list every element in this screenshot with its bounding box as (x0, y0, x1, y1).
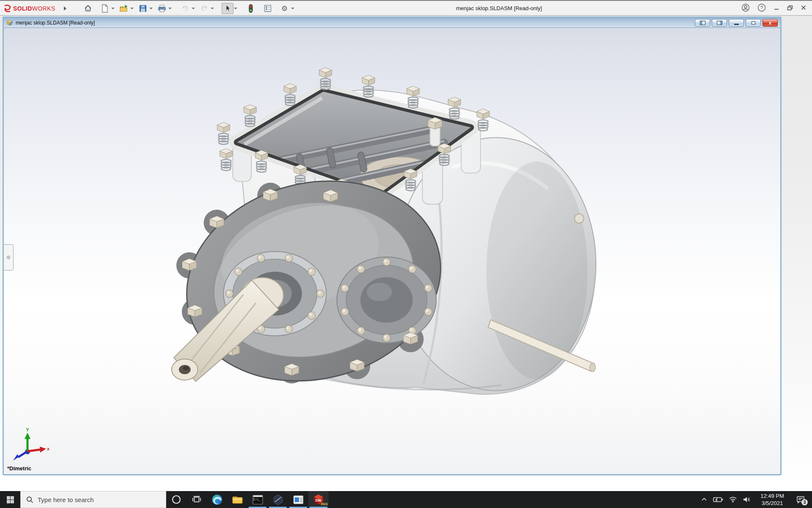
minimize-icon (773, 4, 780, 11)
doc-close-icon: x (769, 20, 771, 25)
cortana-button[interactable] (166, 491, 187, 508)
redo-caret[interactable] (211, 8, 214, 9)
open-caret[interactable] (130, 8, 134, 9)
new-document-button[interactable] (99, 3, 111, 14)
taskbar-command-prompt-button[interactable]: C:\_ (247, 491, 268, 508)
clock-time: 12:49 PM (757, 492, 788, 500)
pane-left-icon (700, 21, 705, 25)
new-document-caret[interactable] (111, 8, 115, 9)
tray-battery-button[interactable] (713, 496, 723, 503)
doc-pane-left-button[interactable] (695, 19, 710, 27)
account-button[interactable] (741, 3, 750, 14)
tray-wifi-button[interactable] (729, 496, 737, 503)
mdi-background: menjac sklop.SLDASM [Read-only] (0, 16, 812, 491)
assembly-icon (6, 19, 13, 26)
hexagon-app-icon (272, 494, 284, 505)
home-icon (84, 4, 92, 13)
open-icon (119, 4, 129, 13)
taskbar: Type here to search (0, 491, 812, 508)
feature-pane-handle[interactable] (4, 244, 14, 271)
print-caret[interactable] (168, 8, 172, 9)
help-button[interactable]: ? (757, 3, 766, 14)
properties-button[interactable] (262, 3, 274, 14)
solidworks-logo-icon (3, 4, 12, 13)
side-cover-plate[interactable] (337, 257, 436, 343)
solidworks-logo[interactable]: SOLIDWORKS (3, 4, 55, 13)
undo-caret[interactable] (192, 8, 195, 9)
document-titlebar[interactable]: menjac sklop.SLDASM [Read-only] (4, 18, 780, 28)
print-icon (157, 4, 167, 13)
undo-button[interactable] (179, 3, 191, 14)
top-stub-bolt[interactable] (428, 117, 442, 146)
action-center-button[interactable]: 3 (793, 491, 808, 508)
toolbar-flyout-arrow[interactable] (64, 6, 66, 11)
side-stub-bolt[interactable] (574, 214, 584, 223)
save-caret[interactable] (149, 8, 153, 9)
doc-restore-icon (752, 21, 755, 25)
window-app-icon (293, 494, 304, 505)
brand-bold: SOLID (13, 5, 32, 12)
home-button[interactable] (82, 3, 94, 14)
solidworks-year-badge: 2021 (321, 502, 328, 506)
print-button[interactable] (156, 3, 168, 14)
taskbar-file-explorer-button[interactable] (227, 491, 247, 508)
edge-icon (211, 494, 223, 505)
doc-restore-button[interactable] (746, 19, 761, 27)
performance-monitor-button[interactable] (245, 3, 257, 14)
triad-x-label: x (47, 447, 49, 451)
taskbar-clock[interactable]: 12:49 PM 3/5/2021 (757, 492, 788, 507)
pane-right-icon (717, 21, 722, 25)
task-view-icon (192, 495, 201, 504)
open-button[interactable] (118, 3, 130, 14)
file-explorer-icon (232, 494, 243, 505)
task-view-button[interactable] (187, 491, 207, 508)
options-caret[interactable] (291, 8, 294, 9)
select-tool-caret[interactable] (234, 8, 237, 9)
taskbar-search-box[interactable]: Type here to search (20, 491, 166, 508)
traffic-light-icon (247, 4, 255, 13)
close-icon (800, 4, 807, 11)
cortana-icon (171, 494, 181, 505)
brand-light: WORKS (32, 5, 55, 12)
graphics-viewport[interactable]: Y x *Dimetric (4, 28, 780, 474)
start-button[interactable] (0, 491, 20, 508)
orientation-triad: Y x (10, 428, 50, 463)
doc-pane-right-button[interactable] (712, 19, 727, 27)
tray-chevron-button[interactable] (701, 496, 708, 503)
svg-text:?: ? (760, 5, 763, 10)
app-title: menjac sklop.SLDASM [Read-only] (427, 5, 571, 11)
taskbar-solidworks-button[interactable]: SW 2021 (308, 491, 329, 508)
wifi-icon (729, 496, 737, 503)
search-icon (26, 496, 33, 503)
document-title: menjac sklop.SLDASM [Read-only] (16, 20, 95, 26)
gear-icon: ⚙ (281, 5, 288, 12)
redo-button[interactable] (198, 3, 210, 14)
taskbar-window-app-button[interactable] (288, 491, 308, 508)
triad-y-label: Y (26, 428, 29, 432)
tray-volume-button[interactable] (743, 496, 751, 503)
brand-text: SOLIDWORKS (13, 5, 55, 12)
volume-icon (743, 496, 751, 503)
select-cursor-icon (224, 4, 231, 13)
save-icon (139, 4, 147, 13)
gearbox-model[interactable] (4, 28, 780, 474)
options-button[interactable]: ⚙ (279, 3, 291, 14)
document-window: menjac sklop.SLDASM [Read-only] (3, 17, 781, 475)
pane-handle-dot (7, 256, 10, 259)
command-prompt-label: C:\_ (253, 498, 261, 501)
restore-button[interactable] (787, 4, 793, 13)
properties-icon (263, 4, 272, 13)
solidworks-app-window: SOLIDWORKS (0, 0, 812, 508)
redo-icon (200, 4, 208, 13)
doc-minimize-button[interactable] (729, 19, 744, 27)
app-titlebar: SOLIDWORKS (0, 0, 812, 16)
select-tool-button[interactable] (222, 3, 233, 14)
doc-close-button[interactable]: x (763, 19, 778, 27)
close-button[interactable] (800, 4, 807, 13)
search-placeholder: Type here to search (38, 496, 94, 503)
save-button[interactable] (137, 3, 149, 14)
minimize-button[interactable] (773, 4, 780, 13)
chevron-up-icon (701, 496, 708, 503)
taskbar-hexagon-app-button[interactable] (268, 491, 288, 508)
taskbar-edge-button[interactable] (207, 491, 227, 508)
